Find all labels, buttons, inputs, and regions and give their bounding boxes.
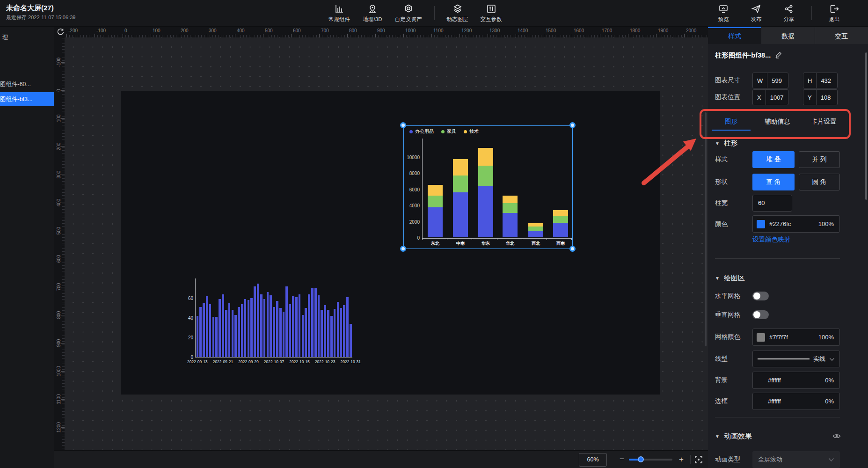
bar-width-input[interactable]: 60 bbox=[752, 195, 792, 212]
grid-color-field[interactable]: #7f7f7f 100% bbox=[752, 329, 840, 346]
bar-shape-label: 形状 bbox=[715, 178, 728, 186]
v-grid-toggle-off[interactable] bbox=[752, 310, 769, 319]
animation-type-row: 动画类型 全屏滚动 bbox=[708, 451, 868, 468]
color-swatch bbox=[757, 220, 765, 228]
x-prefix: X bbox=[753, 94, 766, 101]
ruler-major-tick bbox=[572, 34, 572, 37]
toolbar-item-custom-assets[interactable]: 自定义资产 bbox=[395, 4, 422, 23]
ruler-major-tick bbox=[207, 34, 207, 37]
toolbar-item-dynamic-layers[interactable]: 动态图层 bbox=[447, 4, 468, 23]
zoom-slider-thumb[interactable] bbox=[638, 456, 644, 462]
ruler-tick-label: 800 bbox=[349, 28, 357, 33]
position-label: 图表位置 bbox=[715, 93, 740, 102]
y-tick-label: 6000 bbox=[404, 187, 420, 192]
v-grid-row: 垂直网格 bbox=[708, 309, 868, 321]
height-input[interactable]: H 432 bbox=[803, 73, 838, 88]
ruler-major-tick bbox=[431, 34, 432, 37]
x-value: 1007 bbox=[766, 94, 788, 101]
bar-width-label: 柱宽 bbox=[715, 199, 728, 207]
layer-item-label: 图组件-60... bbox=[0, 81, 31, 88]
x-input[interactable]: X 1007 bbox=[752, 89, 788, 105]
layer-item-2-selected[interactable]: 图组件-bf3... bbox=[0, 92, 54, 106]
exit-button[interactable]: 退出 bbox=[824, 4, 845, 23]
eye-visibility-icon[interactable] bbox=[832, 432, 841, 442]
background-color-field[interactable]: #ffffff 0% bbox=[752, 372, 840, 389]
color-opacity: 100% bbox=[818, 220, 834, 227]
border-color-field[interactable]: #ffffff 0% bbox=[752, 393, 840, 410]
color-mapping-link[interactable]: 设置颜色映射 bbox=[752, 235, 790, 244]
line-type-dropdown[interactable]: 实线 bbox=[752, 351, 840, 367]
tab-data[interactable]: 数据 bbox=[761, 27, 814, 44]
publish-button[interactable]: 发布 bbox=[746, 4, 766, 23]
sidebar-header-partial: 理 bbox=[2, 34, 8, 42]
y-tick-label: 4000 bbox=[404, 203, 420, 208]
width-input[interactable]: W 599 bbox=[752, 73, 788, 88]
h-grid-row: 水平网格 bbox=[708, 291, 868, 302]
subtab-auxiliary-info[interactable]: 辅助信息 bbox=[754, 116, 801, 131]
last-saved-text: 最近保存 2022-11-07 15:06:39 bbox=[6, 14, 75, 21]
selection-handle-top-left[interactable] bbox=[400, 122, 406, 128]
y-tick-label: 40 bbox=[185, 315, 193, 321]
bar-style-row: 样式 堆 叠 并 列 bbox=[708, 151, 868, 168]
bar bbox=[314, 288, 317, 357]
preview-button[interactable]: 预览 bbox=[713, 4, 734, 23]
y-input[interactable]: Y 108 bbox=[803, 89, 838, 105]
selection-handle-bottom-right[interactable] bbox=[569, 246, 576, 252]
section-animation-header[interactable]: ▼ 动画效果 bbox=[715, 432, 752, 441]
sliders-icon bbox=[486, 4, 496, 14]
style-side-by-side-button[interactable]: 并 列 bbox=[799, 151, 840, 168]
reset-view-icon[interactable] bbox=[57, 28, 65, 37]
toolbar-item-geo3d[interactable]: 地理/3D bbox=[362, 4, 383, 23]
fit-to-screen-icon[interactable] bbox=[694, 455, 703, 466]
layer-item-1[interactable]: 图组件-60... bbox=[0, 77, 54, 91]
selection-handle-bottom-left[interactable] bbox=[400, 246, 406, 252]
daily-bar-chart[interactable]: 02040602022-09-132022-09-212022-09-29202… bbox=[185, 274, 363, 370]
h-grid-toggle-off[interactable] bbox=[752, 292, 769, 300]
selection-handle-top-right[interactable] bbox=[569, 122, 576, 128]
style-stacked-button[interactable]: 堆 叠 bbox=[752, 151, 795, 168]
x-axis-tick bbox=[522, 238, 522, 240]
ruler-tick-label: 700 bbox=[56, 278, 63, 296]
section-bar-header[interactable]: ▼ 柱形 bbox=[715, 139, 738, 148]
shape-rounded-button[interactable]: 圆 角 bbox=[799, 174, 840, 190]
chart-size-row: 图表尺寸 W 599 H 432 bbox=[708, 73, 868, 88]
zoom-out-button[interactable]: − bbox=[617, 453, 627, 466]
toolbar-item-interaction-params[interactable]: 交互参数 bbox=[481, 4, 502, 23]
category-label: 华东 bbox=[476, 241, 495, 247]
bar bbox=[260, 294, 263, 357]
subtab-card-settings[interactable]: 卡片设置 bbox=[801, 116, 847, 131]
zoom-in-button[interactable]: + bbox=[676, 453, 686, 466]
edit-pencil-icon[interactable] bbox=[775, 51, 782, 60]
zoom-level-display[interactable]: 60% bbox=[579, 453, 607, 467]
bottom-bar-divider bbox=[690, 455, 691, 464]
ruler-tick-label: 1900 bbox=[658, 28, 668, 33]
section-plot-header[interactable]: ▼ 绘图区 bbox=[715, 274, 745, 283]
tab-interaction[interactable]: 交互 bbox=[815, 27, 868, 44]
stacked-bar-chart-selected[interactable]: 办公用品家具技术 0200040006000800010000东北中南华东华北西… bbox=[403, 125, 573, 249]
bar bbox=[199, 307, 202, 357]
shape-right-angle-button[interactable]: 直 角 bbox=[752, 174, 795, 190]
ruler-major-tick bbox=[151, 34, 151, 37]
animation-type-dropdown[interactable]: 全屏滚动 bbox=[752, 451, 840, 468]
chevron-down-icon bbox=[829, 356, 835, 363]
ruler-tick-label: 500 bbox=[265, 28, 273, 33]
subtab-graphic[interactable]: 图形 bbox=[708, 116, 754, 131]
zoom-slider[interactable] bbox=[629, 459, 672, 461]
ruler-tick-label: -200 bbox=[68, 28, 78, 33]
horizontal-ruler: -200-10001002003004005006007008009001000… bbox=[65, 27, 708, 37]
bar-color-field[interactable]: #2276fc 100% bbox=[752, 215, 840, 233]
ruler-tick-label: 100 bbox=[153, 28, 160, 33]
share-button[interactable]: 分享 bbox=[779, 4, 799, 23]
panel-tabs: 样式 数据 交互 bbox=[708, 27, 868, 44]
toolbar-item-components[interactable]: 常规组件 bbox=[328, 4, 350, 23]
x-axis-tick bbox=[547, 238, 547, 240]
canvas-scrollbar[interactable] bbox=[705, 112, 707, 346]
tab-style[interactable]: 样式 bbox=[708, 27, 761, 44]
background-label: 背景 bbox=[715, 376, 728, 384]
ruler-tick-label: 1200 bbox=[461, 28, 472, 33]
bar bbox=[234, 315, 237, 357]
line-type-row: 线型 实线 bbox=[708, 351, 868, 367]
panel-scrollbar[interactable] bbox=[865, 52, 867, 200]
line-type-value: 实线 bbox=[813, 355, 825, 363]
ruler-major-tick bbox=[179, 34, 179, 37]
